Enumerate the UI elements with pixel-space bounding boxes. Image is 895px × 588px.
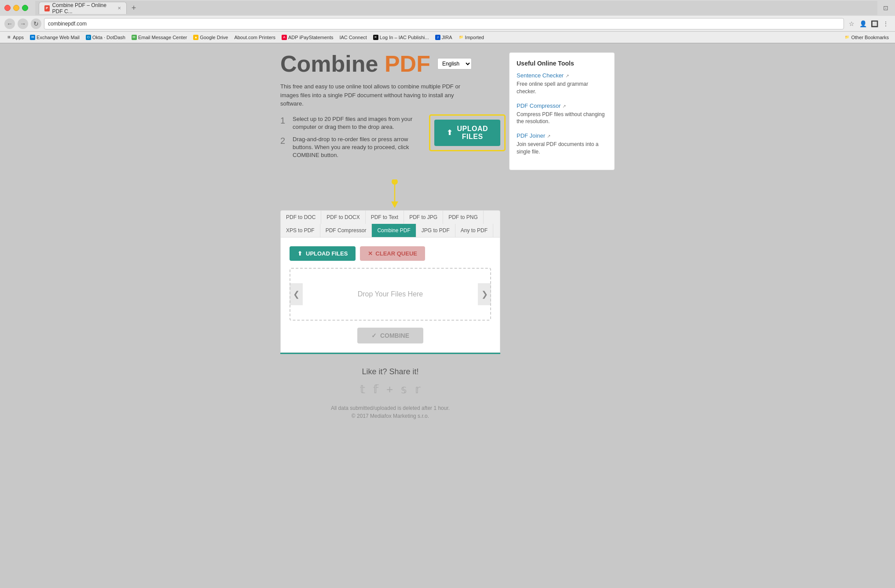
- printers-label: About.com Printers: [234, 35, 275, 40]
- reload-button[interactable]: ↻: [31, 18, 41, 29]
- share-title: Like it? Share it!: [280, 367, 500, 376]
- upload-files-button-main[interactable]: ⬆ UPLOAD FILES: [434, 120, 500, 146]
- active-tab[interactable]: P Combine PDF – Online PDF C... ✕: [39, 2, 127, 14]
- tab-jpg-to-pdf[interactable]: JPG to PDF: [416, 224, 455, 237]
- tab-xps-to-pdf[interactable]: XPS to PDF: [281, 224, 320, 237]
- bookmark-iac-login[interactable]: ✕ Log In – IAC Publishi...: [370, 34, 432, 41]
- tab-pdf-to-jpg[interactable]: PDF to JPG: [404, 211, 443, 224]
- nav-bar: ← → ↻ combinepdf.com ☆ 👤 🔲 ⋮: [0, 16, 895, 32]
- share-googleplus-icon[interactable]: +: [386, 383, 393, 396]
- tab-pdf-to-png[interactable]: PDF to PNG: [443, 211, 484, 224]
- tab-pdf-to-text[interactable]: PDF to Text: [366, 211, 404, 224]
- logo-pdf: PDF: [385, 51, 430, 77]
- external-link-icon-3: ↗: [547, 134, 550, 139]
- nav-right-arrow[interactable]: ❯: [478, 283, 491, 305]
- external-link-icon-2: ↗: [562, 104, 566, 109]
- instruction-1: 1 Select up to 20 PDF files and images f…: [280, 115, 421, 131]
- sentence-checker-link[interactable]: Sentence Checker ↗: [517, 72, 569, 79]
- pdf-joiner-link[interactable]: PDF Joiner ↗: [517, 132, 550, 139]
- bookmark-jira-label: JIRA: [442, 35, 452, 40]
- tab-pdf-to-docx[interactable]: PDF to DOCX: [321, 211, 365, 224]
- bookmark-okta-label: Okta · DotDash: [92, 35, 125, 40]
- bookmark-iac-connect[interactable]: IAC Connect: [337, 34, 369, 41]
- bookmark-email[interactable]: ✉ Email Message Center: [129, 34, 190, 41]
- pdf-compressor-link[interactable]: PDF Compressor ↗: [517, 102, 566, 109]
- combine-label: COMBINE: [380, 332, 409, 339]
- minimize-button[interactable]: [13, 5, 19, 11]
- footer-copyright: © 2017 Mediafox Marketing s.r.o.: [280, 413, 500, 419]
- svg-point-2: [392, 179, 398, 185]
- main-container: Combine PDF English French Spanish Germa…: [280, 52, 615, 428]
- tab-any-to-pdf[interactable]: Any to PDF: [455, 224, 493, 237]
- instructions-list: 1 Select up to 20 PDF files and images f…: [280, 115, 421, 164]
- adp-icon: A: [282, 35, 287, 40]
- nav-left-arrow[interactable]: ❮: [290, 283, 303, 305]
- browser-chrome: P Combine PDF – Online PDF C... ✕ + ⊡ ← …: [0, 0, 895, 44]
- clear-queue-icon: ✕: [368, 250, 373, 257]
- address-bar[interactable]: combinepdf.com: [44, 18, 844, 29]
- sidebar-tool-sentence: Sentence Checker ↗ Free online spell and…: [517, 72, 607, 95]
- forward-button[interactable]: →: [18, 18, 28, 29]
- language-select[interactable]: English French Spanish German: [437, 58, 472, 69]
- tab-favicon: P: [44, 5, 50, 11]
- page-logo: Combine PDF: [280, 52, 430, 75]
- bookmark-exchange-label: Exchange Web Mail: [37, 35, 80, 40]
- clear-queue-button[interactable]: ✕ CLEAR QUEUE: [360, 246, 425, 261]
- upload-files-button[interactable]: ⬆ UPLOAD FILES: [290, 246, 356, 261]
- email-icon: ✉: [132, 35, 137, 40]
- drop-zone[interactable]: Drop Your Files Here: [290, 268, 491, 321]
- back-button[interactable]: ←: [4, 18, 15, 29]
- bookmark-apps[interactable]: ⊞ Apps: [4, 34, 26, 41]
- bookmark-printers[interactable]: About.com Printers: [231, 34, 278, 41]
- close-button[interactable]: [4, 5, 11, 11]
- instruction-2: 2 Drag-and-drop to re-order files or pre…: [280, 135, 421, 160]
- share-stumbleupon-icon[interactable]: 𝕤: [401, 383, 407, 396]
- gdrive-icon: ▲: [193, 35, 198, 40]
- external-link-icon-1: ↗: [565, 73, 569, 78]
- title-bar: P Combine PDF – Online PDF C... ✕ + ⊡: [0, 0, 895, 16]
- upload-area-buttons: ⬆ UPLOAD FILES ✕ CLEAR QUEUE: [290, 246, 491, 261]
- tab-pdf-to-doc[interactable]: PDF to DOC: [281, 211, 321, 224]
- tab-combine-pdf[interactable]: Combine PDF: [372, 224, 416, 237]
- tab-bar: P Combine PDF – Online PDF C... ✕ +: [35, 1, 877, 15]
- page-description: This free and easy to use online tool al…: [280, 82, 474, 108]
- combine-button[interactable]: ✓ COMBINE: [357, 328, 423, 343]
- drop-zone-text: Drop Your Files Here: [358, 290, 423, 298]
- window-controls: ⊡: [881, 3, 891, 13]
- window-icon: ⊡: [881, 3, 891, 13]
- maximize-button[interactable]: [22, 5, 28, 11]
- sidebar: Useful Online Tools Sentence Checker ↗ F…: [509, 52, 615, 170]
- sidebar-title: Useful Online Tools: [517, 60, 607, 67]
- new-tab-button[interactable]: +: [128, 3, 139, 13]
- bookmark-gdrive[interactable]: ▲ Google Drive: [191, 34, 231, 41]
- bookmark-imported[interactable]: 📁 Imported: [456, 34, 487, 41]
- share-facebook-icon[interactable]: 𝕗: [373, 383, 378, 396]
- pdf-joiner-desc: Join several PDF documents into a single…: [517, 141, 607, 156]
- bookmark-other[interactable]: 📁 Other Bookmarks: [842, 34, 891, 41]
- menu-icon[interactable]: ⋮: [881, 19, 891, 29]
- star-icon[interactable]: ☆: [847, 19, 856, 29]
- instructions-section: 1 Select up to 20 PDF files and images f…: [280, 115, 500, 171]
- instruction-num-1: 1: [280, 115, 288, 126]
- upload-icon: ⬆: [447, 128, 453, 137]
- upload-files-icon: ⬆: [297, 250, 302, 257]
- bookmark-okta[interactable]: O Okta · DotDash: [83, 34, 128, 41]
- share-icons: 𝕥 𝕗 + 𝕤 𝕣: [280, 383, 500, 396]
- browser-icons: ☆ 👤 🔲 ⋮: [847, 19, 891, 29]
- profile-icon[interactable]: 👤: [858, 19, 868, 29]
- arrow-section: [289, 179, 500, 210]
- bookmark-exchange[interactable]: ✉ Exchange Web Mail: [27, 34, 82, 41]
- tab-close-icon[interactable]: ✕: [117, 6, 121, 11]
- footer-note: All data submitted/uploaded is deleted a…: [280, 405, 500, 411]
- bookmark-adp-label: ADP iPayStatements: [288, 35, 334, 40]
- share-twitter-icon[interactable]: 𝕥: [360, 383, 365, 396]
- upload-files-label: UPLOAD FILES: [306, 250, 348, 257]
- extension-icon[interactable]: 🔲: [869, 19, 879, 29]
- upload-button-container: ⬆ UPLOAD FILES: [434, 120, 500, 146]
- sentence-checker-desc: Free online spell and grammar checker.: [517, 80, 607, 95]
- share-reddit-icon[interactable]: 𝕣: [415, 383, 421, 396]
- bookmark-jira[interactable]: J JIRA: [433, 34, 455, 41]
- other-bookmarks-icon: 📁: [844, 35, 850, 40]
- bookmark-adp[interactable]: A ADP iPayStatements: [279, 34, 336, 41]
- tab-pdf-compressor[interactable]: PDF Compressor: [320, 224, 372, 237]
